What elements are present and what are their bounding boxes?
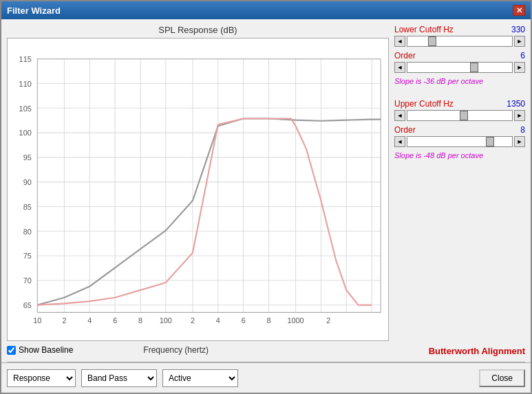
svg-text:8: 8	[266, 316, 270, 325]
upper-order-track[interactable]	[407, 136, 513, 147]
window-close-button[interactable]: ✕	[513, 5, 525, 16]
svg-text:90: 90	[23, 178, 32, 186]
chart-wrapper: 115 110 105 100 95 90 85 80 75 70 65 10 …	[7, 38, 389, 341]
lower-order-label: Order	[394, 51, 416, 61]
svg-text:105: 105	[19, 105, 32, 113]
lower-order-thumb[interactable]	[470, 63, 478, 72]
filter-select[interactable]: Band Pass Low Pass High Pass Notch	[81, 369, 157, 387]
lower-cutoff-slider-row: ◄ ►	[394, 36, 525, 47]
svg-text:1000: 1000	[287, 316, 304, 325]
upper-order-slider-row: ◄ ►	[394, 136, 525, 147]
lower-slope-text: Slope is -36 dB per octave	[394, 77, 525, 85]
svg-text:80: 80	[23, 228, 32, 236]
butterworth-label: Butterworth Alignment	[394, 346, 525, 356]
frequency-label: Frequency (hertz)	[78, 345, 273, 355]
lower-order-value: 6	[520, 51, 525, 61]
main-content: SPL Response (dB)	[1, 19, 531, 362]
filter-wizard-window: Filter Wizard ✕ SPL Response (dB)	[0, 0, 532, 394]
svg-text:85: 85	[23, 203, 32, 211]
lower-cutoff-label: Lower Cutoff Hz	[394, 25, 454, 34]
lower-cutoff-label-row: Lower Cutoff Hz 330	[394, 25, 525, 34]
lower-cutoff-track[interactable]	[407, 36, 513, 47]
upper-cutoff-value: 1350	[507, 99, 525, 109]
upper-order-label-row: Order 8	[394, 125, 525, 135]
upper-cutoff-label-row: Upper Cutoff Hz 1350	[394, 99, 525, 109]
svg-text:100: 100	[160, 316, 172, 325]
chart-area: SPL Response (dB)	[7, 25, 389, 356]
upper-order-right-arrow[interactable]: ►	[514, 136, 525, 147]
bottom-bar: Response Driver System Band Pass Low Pas…	[1, 362, 531, 393]
lower-order-right-arrow[interactable]: ►	[514, 62, 525, 73]
svg-text:110: 110	[19, 80, 32, 88]
response-select[interactable]: Response Driver System	[7, 369, 76, 387]
svg-text:65: 65	[23, 301, 32, 309]
svg-text:2: 2	[191, 316, 195, 325]
upper-cutoff-slider-row: ◄ ►	[394, 110, 525, 121]
svg-text:75: 75	[23, 252, 32, 260]
svg-text:10: 10	[33, 316, 41, 325]
upper-order-value: 8	[520, 125, 525, 135]
svg-text:100: 100	[19, 129, 32, 137]
show-baseline-label: Show Baseline	[19, 345, 73, 355]
svg-text:115: 115	[19, 55, 32, 63]
svg-text:2: 2	[62, 316, 66, 325]
upper-order-thumb[interactable]	[486, 137, 494, 146]
upper-order-left-arrow[interactable]: ◄	[394, 136, 405, 147]
svg-text:4: 4	[216, 316, 220, 325]
lower-cutoff-right-arrow[interactable]: ►	[514, 36, 525, 47]
upper-slope-text: Slope is -48 dB per octave	[394, 151, 525, 160]
svg-text:6: 6	[242, 316, 246, 325]
spl-chart: 115 110 105 100 95 90 85 80 75 70 65 10 …	[8, 39, 388, 340]
upper-cutoff-right-arrow[interactable]: ►	[514, 110, 525, 121]
lower-cutoff-left-arrow[interactable]: ◄	[394, 36, 405, 47]
close-button[interactable]: Close	[479, 369, 525, 387]
lower-order-left-arrow[interactable]: ◄	[394, 62, 405, 73]
svg-text:70: 70	[23, 276, 32, 285]
right-panel: Lower Cutoff Hz 330 ◄ ► Order 6	[394, 25, 525, 356]
show-baseline-checkbox[interactable]	[7, 346, 16, 355]
mode-select[interactable]: Active Passive	[162, 369, 238, 387]
chart-bottom: Show Baseline Frequency (hertz)	[7, 344, 389, 356]
lower-cutoff-group: Lower Cutoff Hz 330 ◄ ►	[394, 25, 525, 47]
upper-cutoff-group: Upper Cutoff Hz 1350 ◄ ►	[394, 99, 525, 121]
svg-text:95: 95	[23, 153, 32, 162]
lower-order-group: Order 6 ◄ ►	[394, 51, 525, 73]
show-baseline-group: Show Baseline	[7, 345, 73, 355]
lower-cutoff-thumb[interactable]	[428, 36, 436, 46]
lower-cutoff-value: 330	[511, 25, 525, 34]
upper-cutoff-thumb[interactable]	[460, 111, 468, 120]
svg-text:4: 4	[87, 316, 92, 325]
lower-order-label-row: Order 6	[394, 51, 525, 61]
svg-text:2: 2	[326, 316, 330, 325]
lower-order-slider-row: ◄ ►	[394, 62, 525, 73]
svg-text:8: 8	[138, 316, 142, 325]
upper-order-group: Order 8 ◄ ►	[394, 125, 525, 147]
upper-cutoff-label: Upper Cutoff Hz	[394, 99, 454, 109]
chart-title: SPL Response (dB)	[7, 25, 389, 35]
svg-text:6: 6	[113, 316, 117, 325]
title-bar: Filter Wizard ✕	[1, 1, 531, 19]
lower-order-track[interactable]	[407, 62, 513, 73]
upper-cutoff-left-arrow[interactable]: ◄	[394, 110, 405, 121]
upper-order-label: Order	[394, 125, 416, 135]
window-title: Filter Wizard	[7, 6, 61, 16]
upper-cutoff-track[interactable]	[407, 110, 513, 121]
